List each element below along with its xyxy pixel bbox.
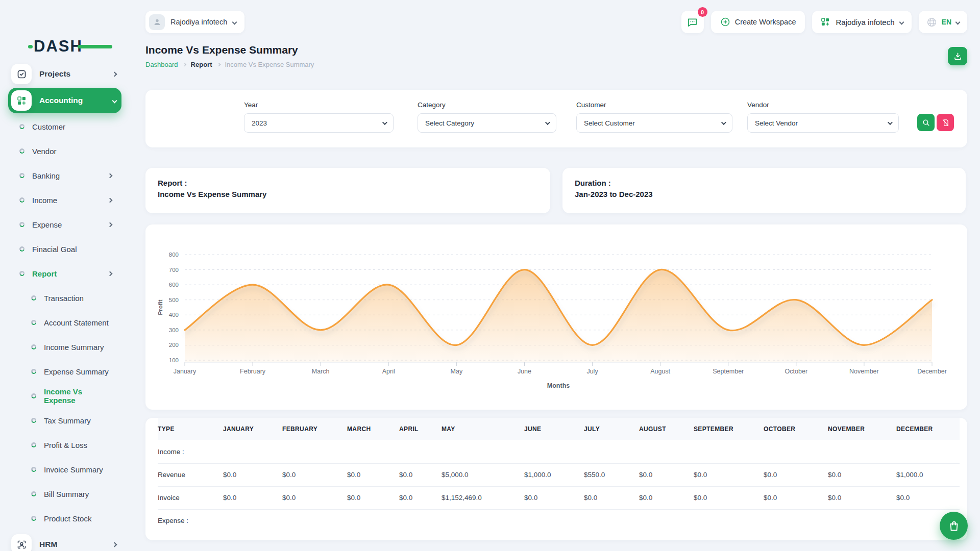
title-bar: Income Vs Expense Summary Dashboard Repo… xyxy=(145,44,967,68)
column-header: NOVEMBER xyxy=(828,418,896,440)
apply-filter-button[interactable] xyxy=(917,114,935,131)
sidebar-item-income-vs-expense[interactable]: Income Vs Expense xyxy=(0,384,131,408)
amount-cell: $5,000.0 xyxy=(442,463,524,486)
floating-cart-button[interactable] xyxy=(940,512,968,540)
language-selector[interactable]: EN xyxy=(919,11,967,33)
sidebar-item-income-summary[interactable]: Income Summary xyxy=(0,335,131,359)
chevron-right-icon xyxy=(216,63,220,66)
sidebar-item-expense-summary[interactable]: Expense Summary xyxy=(0,359,131,384)
customer-select[interactable]: Select Customer xyxy=(576,113,732,133)
svg-text:January: January xyxy=(174,368,197,375)
sidebar-item-projects[interactable]: Projects xyxy=(8,61,121,87)
bullet-icon xyxy=(19,173,24,178)
year-select[interactable]: 2023 xyxy=(244,113,394,133)
workspace-selector-label: Rajodiya infotech xyxy=(170,18,227,26)
sidebar-item-invoice-summary[interactable]: Invoice Summary xyxy=(0,457,131,482)
sidebar-item-tax-summary[interactable]: Tax Summary xyxy=(0,408,131,433)
sidebar-item-label: HRM xyxy=(39,540,57,549)
amount-cell: $0.0 xyxy=(524,486,584,509)
table-row: Invoice$0.0$0.0$0.0$0.0$1,152,469.0$0.0$… xyxy=(158,486,960,509)
bullet-icon xyxy=(19,124,24,129)
sidebar-item-banking[interactable]: Banking xyxy=(0,163,131,188)
column-header: FEBRUARY xyxy=(282,418,347,440)
svg-text:200: 200 xyxy=(169,342,179,348)
chevron-down-icon xyxy=(382,120,387,125)
amount-cell: $1,152,469.0 xyxy=(442,486,524,509)
chevron-right-icon xyxy=(108,197,113,203)
workspace-switcher-label: Rajodiya infotech xyxy=(836,18,894,27)
bullet-icon xyxy=(31,418,36,423)
workspace-switcher[interactable]: Rajodiya infotech xyxy=(812,11,911,33)
brand-name: DASH xyxy=(34,37,83,56)
bullet-icon xyxy=(31,295,36,300)
svg-text:100: 100 xyxy=(169,357,179,363)
sidebar-item-label: Finacial Goal xyxy=(32,245,77,254)
sidebar-item-product-stock[interactable]: Product Stock xyxy=(0,506,131,531)
sidebar-item-label: Bill Summary xyxy=(44,490,89,498)
amount-cell: $0.0 xyxy=(584,486,639,509)
column-header: JANUARY xyxy=(223,418,282,440)
sidebar-item-transaction[interactable]: Transaction xyxy=(0,286,131,310)
sidebar-item-label: Expense xyxy=(32,220,62,229)
vendor-label: Vendor xyxy=(747,101,899,109)
amount-cell: $0.0 xyxy=(828,463,896,486)
amount-cell: $0.0 xyxy=(223,486,282,509)
bullet-icon xyxy=(31,516,36,521)
section-label: Expense : xyxy=(158,509,223,532)
reset-filter-button[interactable] xyxy=(937,114,954,131)
top-header: Rajodiya infotech 0 Create Workspace xyxy=(145,11,967,33)
vendor-select[interactable]: Select Vendor xyxy=(747,113,899,133)
sidebar-item-finacial-goal[interactable]: Finacial Goal xyxy=(0,237,131,261)
sidebar-item-label: Banking xyxy=(32,171,60,180)
chat-icon xyxy=(687,16,698,28)
sidebar-item-hrm[interactable]: HRM xyxy=(8,532,121,551)
column-header: SEPTEMBER xyxy=(694,418,764,440)
messenger-button[interactable]: 0 xyxy=(681,11,704,33)
svg-text:July: July xyxy=(586,368,598,375)
svg-text:September: September xyxy=(713,368,744,375)
sidebar-item-label: Income Summary xyxy=(44,343,104,352)
column-header: TYPE xyxy=(158,418,223,440)
filter-actions xyxy=(917,114,954,147)
filter-category: Category Select Category xyxy=(418,101,556,147)
filter-customer: Customer Select Customer xyxy=(576,101,732,147)
svg-text:March: March xyxy=(312,368,330,375)
sidebar-item-label: Expense Summary xyxy=(44,367,109,376)
grid-icon xyxy=(820,17,830,27)
brand-logo[interactable]: DASH xyxy=(34,37,83,56)
bullet-icon xyxy=(31,442,36,447)
profit-chart-svg: 100200300400500600700800JanuaryFebruaryM… xyxy=(145,224,966,410)
user-icon xyxy=(153,17,162,27)
sidebar-item-expense[interactable]: Expense xyxy=(0,212,131,237)
sidebar-item-customer[interactable]: Customer xyxy=(0,114,131,139)
summary-cards: Report : Income Vs Expense Summary Durat… xyxy=(145,168,967,213)
sidebar-item-bill-summary[interactable]: Bill Summary xyxy=(0,482,131,506)
breadcrumb-report[interactable]: Report xyxy=(191,61,212,68)
chevron-down-icon xyxy=(721,120,726,125)
category-select[interactable]: Select Category xyxy=(418,113,556,133)
column-header: JULY xyxy=(584,418,639,440)
create-workspace-button[interactable]: Create Workspace xyxy=(711,11,805,33)
breadcrumb-dashboard[interactable]: Dashboard xyxy=(145,61,178,68)
svg-text:600: 600 xyxy=(169,282,179,288)
filter-panel: Year 2023 Category Select Category Custo… xyxy=(145,90,967,147)
bullet-icon xyxy=(31,393,36,398)
sidebar-item-report[interactable]: Report xyxy=(0,261,131,286)
bullet-icon xyxy=(31,344,36,349)
sidebar-item-account-statement[interactable]: Account Statement xyxy=(0,310,131,335)
workspace-selector[interactable]: Rajodiya infotech xyxy=(145,11,244,33)
sidebar-item-profit-loss[interactable]: Profit & Loss xyxy=(0,433,131,457)
sidebar-item-income[interactable]: Income xyxy=(0,188,131,212)
sidebar-item-accounting[interactable]: Accounting xyxy=(8,88,121,113)
sidebar-item-vendor[interactable]: Vendor xyxy=(0,139,131,163)
download-icon xyxy=(953,52,963,61)
duration-card-value: Jan-2023 to Dec-2023 xyxy=(575,190,953,198)
download-report-button[interactable] xyxy=(948,47,967,65)
duration-card-title: Duration : xyxy=(575,179,953,187)
bullet-icon xyxy=(19,246,24,252)
logo-dash-accent xyxy=(28,45,33,48)
row-type: Revenue xyxy=(158,463,223,486)
create-workspace-label: Create Workspace xyxy=(735,18,796,26)
income-expense-table-card: TYPEJANUARYFEBRUARYMARCHAPRILMAYJUNEJULY… xyxy=(145,418,967,540)
table-section-row: Income : xyxy=(158,440,960,463)
